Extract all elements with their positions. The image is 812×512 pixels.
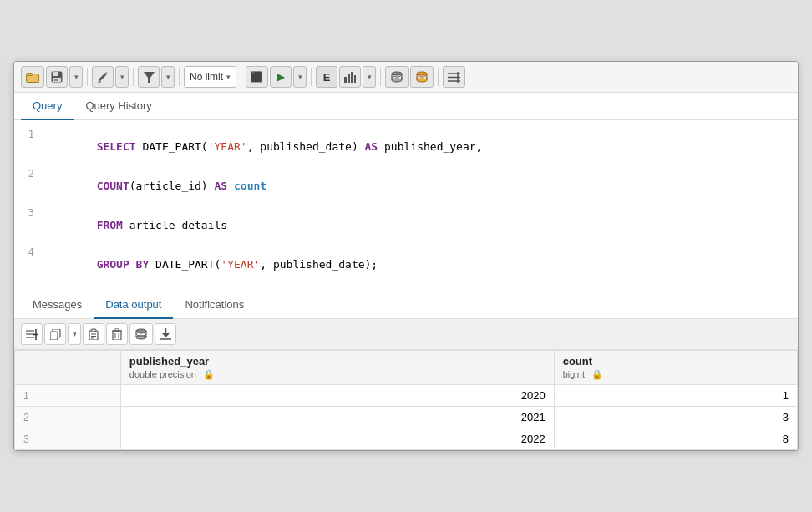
- svg-rect-9: [348, 74, 350, 83]
- svg-rect-32: [113, 331, 121, 340]
- result-toolbar: ▾: [14, 319, 798, 350]
- code-content-4: GROUP BY DATE_PART('YEAR', published_dat…: [44, 246, 798, 283]
- keyword-from: FROM: [97, 219, 123, 231]
- published-year-cell: 2022: [120, 428, 554, 450]
- svg-rect-1: [27, 74, 33, 76]
- svg-point-37: [136, 329, 146, 332]
- svg-point-13: [392, 79, 402, 82]
- toolbar-divider-5: [311, 68, 312, 86]
- keyword-groupby: GROUP BY: [97, 258, 150, 271]
- list-button[interactable]: [443, 66, 465, 88]
- table-row: 3 2022 8: [15, 428, 798, 450]
- toolbar: ▾ ▾ ▾ No limit ▾: [14, 62, 798, 93]
- keyword-select: SELECT: [97, 140, 136, 153]
- string-year-2: 'YEAR': [221, 258, 260, 271]
- download-button[interactable]: [155, 323, 176, 345]
- open-folder-button[interactable]: [21, 66, 44, 88]
- alias-count: count: [234, 180, 266, 192]
- chart-dropdown-button[interactable]: ▾: [363, 66, 376, 88]
- svg-rect-28: [91, 329, 96, 332]
- app-window: ▾ ▾ ▾ No limit ▾: [13, 61, 799, 451]
- limit-label: No limit: [190, 71, 223, 83]
- data-output-tab[interactable]: Data output: [94, 291, 173, 319]
- messages-tab[interactable]: Messages: [21, 291, 94, 319]
- query-tabs-bar: Query Query History: [14, 93, 798, 120]
- count-cell: 8: [554, 428, 797, 450]
- notifications-tab[interactable]: Notifications: [173, 291, 256, 319]
- save-button[interactable]: [46, 66, 68, 88]
- row-number-cell: 3: [15, 428, 121, 450]
- published-year-cell: 2021: [120, 407, 554, 428]
- copy-button[interactable]: [44, 323, 66, 345]
- data-table-wrapper: published_year double precision 🔒 count …: [14, 350, 798, 450]
- code-line-4: 4 GROUP BY DATE_PART('YEAR', published_d…: [14, 245, 798, 284]
- code-line-3: 3 FROM article_details: [14, 205, 798, 245]
- paste-button[interactable]: [83, 323, 104, 345]
- db-button-1[interactable]: [385, 66, 409, 88]
- toolbar-divider-1: [87, 68, 88, 86]
- explain-button[interactable]: E: [316, 66, 337, 88]
- query-tab[interactable]: Query: [21, 93, 74, 120]
- line-num-1: 1: [14, 129, 44, 140]
- svg-rect-11: [354, 75, 356, 83]
- toolbar-divider-3: [179, 68, 180, 86]
- table-body: 1 2020 1 2 2021 3 3 2022 8: [15, 385, 798, 450]
- svg-rect-26: [50, 332, 58, 340]
- svg-rect-3: [53, 72, 58, 76]
- svg-rect-8: [344, 77, 347, 83]
- query-history-tab[interactable]: Query History: [74, 93, 163, 120]
- add-row-button[interactable]: [21, 323, 43, 345]
- edit-dropdown-button[interactable]: ▾: [115, 66, 129, 88]
- line-num-4: 4: [14, 246, 44, 258]
- toolbar-divider-2: [133, 68, 134, 86]
- svg-rect-5: [54, 79, 58, 81]
- count-cell: 1: [554, 385, 797, 407]
- result-tabs-bar: Messages Data output Notifications: [14, 291, 798, 319]
- db-button-2[interactable]: [410, 66, 434, 88]
- toolbar-divider-6: [380, 68, 381, 86]
- edit-button[interactable]: [92, 66, 114, 88]
- table-row: 1 2020 1: [15, 385, 798, 407]
- keyword-count: COUNT: [97, 180, 129, 192]
- keyword-as-2: AS: [215, 180, 228, 192]
- limit-dropdown[interactable]: No limit ▾: [184, 66, 236, 88]
- svg-rect-10: [351, 72, 353, 83]
- row-number-cell: 1: [15, 385, 121, 407]
- toolbar-divider-4: [241, 68, 241, 86]
- stop-button[interactable]: ⬛: [246, 66, 268, 88]
- col-name-count: count: [563, 355, 592, 368]
- table-row: 2 2021 3: [15, 407, 798, 428]
- line-num-2: 2: [14, 168, 44, 180]
- line-num-3: 3: [14, 207, 44, 219]
- save-data-button[interactable]: [129, 323, 153, 345]
- col-type-published-year: double precision: [129, 369, 196, 379]
- filter-dropdown-button[interactable]: ▾: [161, 66, 175, 88]
- lock-icon-count: 🔒: [591, 369, 603, 379]
- row-number-cell: 2: [15, 407, 121, 428]
- code-line-1: 1 SELECT DATE_PART('YEAR', published_dat…: [14, 127, 798, 166]
- delete-button[interactable]: [106, 323, 128, 345]
- svg-point-14: [417, 72, 427, 75]
- chevron-down-icon: ▾: [226, 73, 231, 81]
- published-year-header: published_year double precision 🔒: [120, 351, 554, 385]
- svg-marker-7: [144, 72, 155, 83]
- col-name-published-year: published_year: [129, 355, 209, 368]
- col-type-count: bigint: [563, 369, 585, 379]
- filter-button[interactable]: [138, 66, 160, 88]
- run-dropdown-button[interactable]: ▾: [293, 66, 307, 88]
- count-header: count bigint 🔒: [554, 351, 797, 385]
- copy-dropdown-button[interactable]: ▾: [68, 323, 81, 345]
- svg-point-15: [417, 79, 427, 82]
- sql-editor[interactable]: 1 SELECT DATE_PART('YEAR', published_dat…: [14, 120, 798, 291]
- save-dropdown-button[interactable]: ▾: [69, 66, 83, 88]
- code-content-1: SELECT DATE_PART('YEAR', published_date)…: [44, 128, 798, 165]
- svg-marker-40: [162, 333, 170, 337]
- svg-rect-34: [115, 328, 119, 331]
- chart-button[interactable]: [339, 66, 361, 88]
- results-table: published_year double precision 🔒 count …: [14, 350, 798, 450]
- code-content-2: COUNT(article_id) AS count: [44, 167, 798, 205]
- keyword-as-1: AS: [365, 140, 378, 153]
- toolbar-divider-7: [438, 68, 439, 86]
- code-content-3: FROM article_details: [44, 206, 798, 244]
- run-button[interactable]: ▶: [270, 66, 292, 88]
